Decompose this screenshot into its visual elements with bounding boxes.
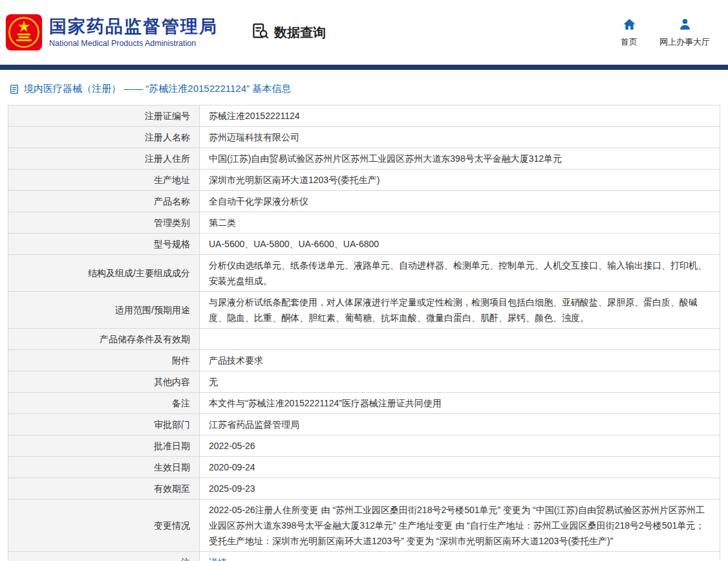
info-table-body: 注册证编号苏械注准20152221124注册人名称苏州迈瑞科技有限公司注册人住所… bbox=[8, 105, 720, 561]
content: 境内医疗器械（注册） —— “苏械注准20152221124” 基本信息 注册证… bbox=[0, 83, 728, 561]
row-value: 2020-09-24 bbox=[200, 457, 720, 478]
row-value: 分析仪由选纸单元、纸条传送单元、液路单元、自动进样器、检测单元、控制单元、人机交… bbox=[200, 255, 720, 292]
site-title-en: National Medical Products Administration bbox=[49, 39, 218, 48]
row-value: 与尿液分析试纸条配套使用，对人体尿液进行半定量或定性检测，检测项目包括白细胞、亚… bbox=[200, 292, 720, 329]
table-row: 生产地址深圳市光明新区南环大道1203号(委托生产) bbox=[8, 170, 720, 191]
brand-text: 国家药品监督管理局 National Medical Products Admi… bbox=[49, 17, 218, 48]
row-label: 附件 bbox=[8, 350, 200, 371]
header-divider-bar bbox=[0, 65, 728, 70]
national-emblem-logo bbox=[5, 14, 43, 51]
data-query-label: 数据查询 bbox=[274, 24, 326, 41]
page: 国家药品监督管理局 National Medical Products Admi… bbox=[0, 0, 728, 561]
site-title-cn: 国家药品监督管理局 bbox=[49, 17, 218, 37]
row-label: 其他内容 bbox=[8, 371, 200, 393]
table-row: 型号规格UA-5600、UA-5800、UA-6600、UA-6800 bbox=[8, 234, 720, 255]
row-label: 产品名称 bbox=[8, 191, 200, 212]
nav-home-label: 首页 bbox=[621, 36, 637, 48]
data-query-section: 数据查询 bbox=[252, 22, 326, 43]
row-label: 变更情况 bbox=[8, 500, 200, 552]
header-nav: 首页 网上办事大厅 bbox=[621, 17, 710, 48]
row-value: 江苏省药品监督管理局 bbox=[200, 414, 720, 435]
table-row: 审批部门江苏省药品监督管理局 bbox=[8, 414, 720, 435]
table-row: ●注详情 bbox=[8, 552, 720, 561]
site-header: 国家药品监督管理局 National Medical Products Admi… bbox=[0, 0, 728, 65]
table-row: 备注本文件与“苏械注准20152221124”医疗器械注册证共同使用 bbox=[8, 393, 720, 414]
table-row: 结构及组成/主要组成成分分析仪由选纸单元、纸条传送单元、液路单元、自动进样器、检… bbox=[8, 255, 720, 292]
row-value: 无 bbox=[200, 371, 720, 393]
table-row: 产品储存条件及有效期 bbox=[8, 329, 720, 350]
row-label: ●注 bbox=[8, 552, 200, 561]
user-icon bbox=[678, 17, 692, 34]
document-icon bbox=[9, 84, 19, 94]
row-label: 结构及组成/主要组成成分 bbox=[8, 255, 200, 292]
row-value: 2025-09-23 bbox=[200, 478, 720, 500]
row-label: 适用范围/预期用途 bbox=[8, 292, 200, 329]
home-icon bbox=[623, 17, 636, 34]
table-row: 批准日期2022-05-26 bbox=[8, 435, 720, 457]
nav-service-hall[interactable]: 网上办事大厅 bbox=[659, 17, 710, 48]
table-row: 适用范围/预期用途与尿液分析试纸条配套使用，对人体尿液进行半定量或定性检测，检测… bbox=[8, 292, 720, 329]
row-label: 备注 bbox=[8, 393, 200, 414]
table-row: 附件产品技术要求 bbox=[8, 350, 720, 371]
row-value: 深圳市光明新区南环大道1203号(委托生产) bbox=[200, 170, 720, 191]
row-label: 生产地址 bbox=[8, 170, 200, 191]
data-query-icon bbox=[252, 22, 269, 43]
row-value: UA-5600、UA-5800、UA-6600、UA-6800 bbox=[200, 234, 720, 255]
row-value: 第二类 bbox=[200, 212, 720, 234]
row-label: 批准日期 bbox=[8, 435, 200, 457]
table-row: 其他内容无 bbox=[8, 371, 720, 393]
table-row: 有效期至2025-09-23 bbox=[8, 478, 720, 500]
nav-service-hall-label: 网上办事大厅 bbox=[659, 36, 710, 48]
table-row: 注册证编号苏械注准20152221124 bbox=[8, 105, 720, 127]
table-row: 管理类别第二类 bbox=[8, 212, 720, 234]
brand[interactable]: 国家药品监督管理局 National Medical Products Admi… bbox=[5, 14, 218, 51]
row-value: 苏州迈瑞科技有限公司 bbox=[200, 127, 720, 148]
table-row: 生效日期2020-09-24 bbox=[8, 457, 720, 478]
info-table: 注册证编号苏械注准20152221124注册人名称苏州迈瑞科技有限公司注册人住所… bbox=[8, 105, 720, 561]
breadcrumb-text: 境内医疗器械（注册） —— “苏械注准20152221124” 基本信息 bbox=[24, 83, 291, 95]
row-label: 注册人住所 bbox=[8, 148, 200, 170]
row-value: 全自动干化学尿液分析仪 bbox=[200, 191, 720, 212]
row-value: 苏械注准20152221124 bbox=[200, 105, 720, 127]
row-value: 本文件与“苏械注准20152221124”医疗器械注册证共同使用 bbox=[200, 393, 720, 414]
row-label: 管理类别 bbox=[8, 212, 200, 234]
row-label: 产品储存条件及有效期 bbox=[8, 329, 200, 350]
table-row: 注册人住所中国(江苏)自由贸易试验区苏州片区苏州工业园区苏州大道东398号太平金… bbox=[8, 148, 720, 170]
row-value: 2022-05-26注册人住所变更 由 “苏州工业园区桑田街218号2号楼501… bbox=[200, 500, 720, 552]
table-row: 变更情况2022-05-26注册人住所变更 由 “苏州工业园区桑田街218号2号… bbox=[8, 500, 720, 552]
row-label: 注册人名称 bbox=[8, 127, 200, 148]
row-value: 中国(江苏)自由贸易试验区苏州片区苏州工业园区苏州大道东398号太平金融大厦31… bbox=[200, 148, 720, 170]
row-label: 型号规格 bbox=[8, 234, 200, 255]
breadcrumb: 境内医疗器械（注册） —— “苏械注准20152221124” 基本信息 bbox=[9, 83, 720, 95]
row-value: 产品技术要求 bbox=[200, 350, 720, 371]
detail-link[interactable]: 详情 bbox=[209, 557, 227, 561]
nav-home[interactable]: 首页 bbox=[621, 17, 637, 48]
row-value bbox=[200, 329, 720, 350]
row-label: 审批部门 bbox=[8, 414, 200, 435]
row-label: 注册证编号 bbox=[8, 105, 200, 127]
row-label: 生效日期 bbox=[8, 457, 200, 478]
table-row: 注册人名称苏州迈瑞科技有限公司 bbox=[8, 127, 720, 148]
table-row: 产品名称全自动干化学尿液分析仪 bbox=[8, 191, 720, 212]
row-value: 详情 bbox=[200, 552, 720, 561]
row-value: 2022-05-26 bbox=[200, 435, 720, 457]
row-label: 有效期至 bbox=[8, 478, 200, 500]
